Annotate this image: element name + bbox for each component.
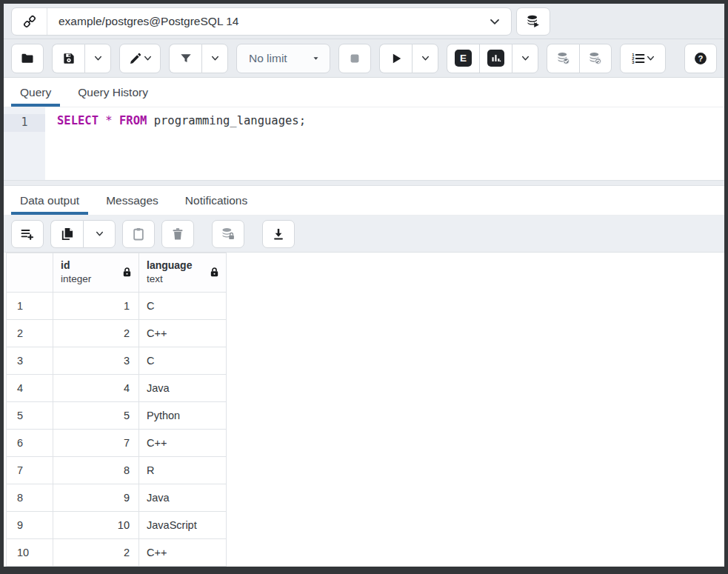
language-cell[interactable]: Python (139, 402, 227, 430)
help-icon: ? (693, 51, 708, 66)
row-number-cell[interactable]: 5 (6, 402, 53, 430)
panel-splitter[interactable] (4, 180, 724, 186)
copy-options-chevron-down-icon[interactable] (83, 220, 116, 248)
new-connection-button[interactable] (516, 7, 550, 36)
id-cell[interactable]: 2 (53, 320, 139, 347)
id-cell[interactable]: 1 (53, 293, 139, 320)
row-number-cell[interactable]: 6 (6, 430, 53, 457)
language-cell[interactable]: R (139, 457, 227, 484)
sql-table-name: programming_languages; (147, 114, 306, 127)
table-row[interactable]: 9 10 JavaScript (6, 512, 227, 539)
cancel-query-button (338, 44, 371, 73)
table-row[interactable]: 7 8 R (6, 457, 227, 484)
row-number-cell[interactable]: 9 (6, 512, 53, 539)
sql-code-line[interactable]: SELECT * FROM programming_languages; (45, 107, 724, 180)
tab-messages-label: Messages (106, 194, 158, 207)
id-cell[interactable]: 8 (53, 457, 139, 484)
add-row-button[interactable] (11, 220, 44, 248)
tab-notifications[interactable]: Notifications (175, 186, 258, 215)
language-cell[interactable]: C++ (139, 539, 227, 567)
database-commit-icon (556, 51, 571, 66)
id-cell[interactable]: 7 (53, 430, 139, 457)
tab-data-output[interactable]: Data output (10, 186, 90, 215)
save-icon (61, 51, 76, 66)
save-button[interactable] (52, 44, 84, 73)
table-row[interactable]: 2 2 C++ (6, 320, 227, 347)
row-number-cell[interactable]: 7 (6, 457, 53, 484)
language-cell[interactable]: C (139, 347, 227, 375)
row-number-cell[interactable]: 8 (6, 484, 53, 512)
sql-keyword-from: FROM (119, 114, 147, 127)
chevron-down-icon (646, 53, 655, 63)
help-button[interactable]: ? (684, 44, 717, 73)
filter-options-chevron-down-icon[interactable] (201, 44, 228, 73)
grid-body: 1 1 C 2 2 C++ 3 3 C 4 4 Java (6, 293, 227, 567)
table-row[interactable]: 5 5 Python (6, 402, 227, 430)
language-cell[interactable]: Java (139, 375, 227, 402)
lock-icon (209, 267, 220, 278)
row-number-cell[interactable]: 4 (6, 375, 53, 402)
execute-query-button[interactable] (379, 44, 412, 73)
row-number-cell[interactable]: 1 (6, 293, 53, 320)
svg-text:?: ? (698, 54, 704, 63)
paste-button (122, 220, 155, 248)
copy-button[interactable] (50, 220, 83, 248)
row-number-cell[interactable]: 10 (6, 539, 53, 567)
tab-messages[interactable]: Messages (96, 186, 169, 215)
table-row[interactable]: 4 4 Java (6, 375, 227, 402)
grid-corner-cell[interactable] (6, 253, 53, 293)
macros-button[interactable]: 123 (620, 44, 666, 73)
chevron-down-icon (143, 53, 153, 63)
id-cell[interactable]: 3 (53, 347, 139, 375)
language-cell[interactable]: C++ (139, 320, 227, 347)
open-file-button[interactable] (11, 44, 44, 73)
explain-button[interactable]: E (447, 44, 479, 73)
save-options-chevron-down-icon[interactable] (84, 44, 111, 73)
filter-icon (178, 51, 193, 66)
table-row[interactable]: 1 1 C (6, 293, 227, 320)
table-row[interactable]: 10 2 C++ (6, 539, 227, 567)
tab-query[interactable]: Query (10, 78, 61, 107)
connection-select[interactable]: example/postgres@PostgreSQL 14 (11, 7, 512, 36)
explain-analyze-icon (487, 50, 504, 67)
filter-button[interactable] (169, 44, 201, 73)
connection-chevron-down-icon[interactable] (478, 14, 511, 29)
connection-icon (12, 8, 47, 35)
language-cell[interactable]: C++ (139, 430, 227, 457)
language-cell[interactable]: Java (139, 484, 227, 512)
trash-icon (170, 227, 185, 241)
column-header-language[interactable]: language text (139, 253, 227, 293)
connection-bar: example/postgres@PostgreSQL 14 (4, 4, 724, 39)
row-number-cell[interactable]: 3 (6, 347, 53, 375)
database-rollback-icon (588, 51, 603, 66)
sql-editor[interactable]: 1 SELECT * FROM programming_languages; (4, 107, 724, 180)
svg-text:3: 3 (632, 60, 635, 64)
id-cell[interactable]: 4 (53, 375, 139, 402)
lock-icon (121, 267, 133, 278)
table-row[interactable]: 3 3 C (6, 347, 227, 375)
id-cell[interactable]: 5 (53, 402, 139, 430)
column-header-id[interactable]: id integer (53, 253, 139, 293)
tab-query-history-label: Query History (78, 86, 148, 99)
column-name: id (61, 258, 91, 273)
table-row[interactable]: 6 7 C++ (6, 430, 227, 457)
id-cell[interactable]: 9 (53, 484, 139, 512)
tab-data-output-label: Data output (20, 194, 79, 207)
row-number-cell[interactable]: 2 (6, 320, 53, 347)
download-results-button[interactable] (262, 220, 295, 248)
id-cell[interactable]: 2 (53, 539, 139, 567)
language-cell[interactable]: C (139, 293, 227, 320)
language-cell[interactable]: JavaScript (139, 512, 227, 539)
download-icon (271, 227, 286, 241)
query-toolbar: No limit E (4, 39, 724, 78)
column-name: language (147, 258, 192, 273)
table-row[interactable]: 8 9 Java (6, 484, 227, 512)
edit-menu-button[interactable] (119, 44, 161, 73)
rows-limit-select[interactable]: No limit (236, 44, 330, 73)
execute-options-chevron-down-icon[interactable] (412, 44, 438, 73)
caret-down-icon (311, 53, 321, 63)
explain-options-chevron-down-icon[interactable] (512, 44, 538, 73)
id-cell[interactable]: 10 (53, 512, 139, 539)
tab-query-history[interactable]: Query History (67, 78, 158, 107)
explain-analyze-button[interactable] (479, 44, 512, 73)
